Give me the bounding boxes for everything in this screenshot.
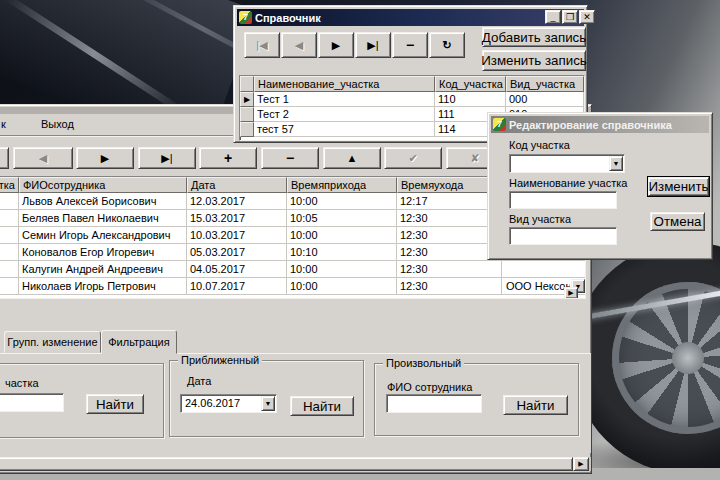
date-label: Дата — [187, 375, 211, 387]
nav-edit-button[interactable]: ▲ — [323, 147, 381, 169]
header-time-in: Времяприхода — [287, 177, 397, 193]
edit-dialog-window: 7 Редактирование справочника Код участка… — [487, 112, 713, 260]
current-row-marker-icon: ▶ — [240, 92, 254, 107]
change-button[interactable]: Изменить — [648, 177, 709, 196]
approximate-find-button[interactable]: Найти — [290, 396, 354, 416]
scrollbar-thumb[interactable] — [0, 457, 573, 471]
dir-nav-first-button[interactable]: |◀ — [244, 32, 280, 58]
code-combobox[interactable]: ▼ — [509, 154, 625, 173]
code-label: Код участка — [509, 139, 570, 151]
approximate-group-title: Приближенный — [178, 354, 262, 366]
directory-window-title: Справочник — [255, 12, 321, 24]
tab-filter[interactable]: Фильтрация — [101, 330, 177, 354]
firm-lookup-value: ООО Нексон — [506, 280, 570, 292]
menu-item-exit[interactable]: Выход — [41, 118, 74, 130]
horizontal-scrollbar[interactable]: ▶ — [0, 457, 591, 471]
delphi-app-icon: 7 — [239, 11, 252, 24]
table-row[interactable]: ▶ Тест 1 110 000 — [240, 92, 584, 107]
cancel-button[interactable]: Отмена — [650, 212, 705, 231]
chevron-down-icon[interactable]: ▼ — [261, 396, 275, 411]
kind-input[interactable] — [509, 227, 617, 245]
header-sector-partial: тка — [0, 177, 19, 193]
menu-item-fragment[interactable]: к — [1, 118, 6, 130]
name-input[interactable] — [509, 191, 617, 209]
header-fio: ФИОсотрудника — [19, 177, 187, 193]
date-combobox-value: 24.06.2017 — [185, 397, 260, 409]
fio-search-input[interactable] — [386, 394, 482, 413]
edit-record-button[interactable]: Изменить запись — [482, 50, 586, 71]
nav-next-button[interactable]: ▶ — [76, 147, 134, 169]
dir-nav-last-button[interactable]: ▶| — [355, 32, 391, 58]
dir-nav-delete-button[interactable]: − — [392, 32, 428, 58]
dir-nav-next-button[interactable]: ▶ — [318, 32, 354, 58]
header-sector-name: Наименование_участка — [254, 76, 435, 92]
car-wheel-hub — [672, 342, 704, 374]
sector-label-fragment: частка — [5, 377, 39, 389]
sector-find-button[interactable]: Найти — [86, 394, 144, 414]
close-button[interactable]: ✕ — [579, 10, 595, 24]
custom-find-button[interactable]: Найти — [503, 395, 568, 415]
scrollbar-right-button[interactable]: ▶ — [573, 457, 589, 471]
minimize-button[interactable]: _ — [545, 10, 561, 24]
nav-last-button[interactable]: ▶| — [138, 147, 196, 169]
table-row[interactable]: Николаев Игорь Петрович 10.07.2017 10:00… — [0, 278, 585, 295]
fio-label: ФИО сотрудника — [387, 381, 472, 393]
dir-nav-refresh-button[interactable]: ↻ — [429, 32, 465, 58]
name-label: Наименование участка — [509, 177, 627, 189]
edit-dialog-title-bar[interactable]: 7 Редактирование справочника — [491, 116, 709, 133]
approximate-search-group: Приближенный Дата 24.06.2017 ▼ Найти — [169, 360, 364, 437]
maximize-button[interactable]: ❒ — [562, 10, 578, 24]
directory-title-bar[interactable]: 7 Справочник — [237, 9, 584, 26]
header-sector-code: Код_участка — [435, 76, 506, 92]
kind-label: Вид участка — [509, 213, 571, 225]
nav-insert-button[interactable]: + — [199, 147, 257, 169]
delphi-app-icon: 7 — [493, 118, 506, 131]
header-sector-kind: Вид_участка — [506, 76, 584, 92]
custom-group-title: Произвольный — [383, 357, 464, 369]
nav-delete-button[interactable]: − — [261, 147, 319, 169]
tab-group-edit[interactable]: Групп. изменение — [4, 331, 101, 353]
nav-post-button[interactable]: ✔ — [384, 147, 442, 169]
nav-first-button-partial[interactable]: |◀ — [0, 147, 9, 169]
dir-nav-prev-button[interactable]: ◀ — [281, 32, 317, 58]
table-row[interactable]: Калугин Андрей Андреевич 04.05.2017 10:0… — [0, 261, 585, 278]
directory-grid-header: Наименование_участка Код_участка Вид_уча… — [240, 76, 584, 92]
date-combobox[interactable]: 24.06.2017 ▼ — [180, 394, 277, 413]
add-record-button[interactable]: Добавить запись — [482, 27, 586, 47]
edit-dialog-title: Редактирование справочника — [509, 119, 672, 131]
nav-prev-button[interactable]: ◀ — [13, 147, 73, 169]
header-date: Дата — [187, 177, 287, 193]
sector-search-input[interactable] — [0, 393, 64, 412]
chevron-down-icon[interactable]: ▼ — [609, 156, 623, 171]
grid-scroll-right-button[interactable]: ▶ — [564, 287, 578, 299]
